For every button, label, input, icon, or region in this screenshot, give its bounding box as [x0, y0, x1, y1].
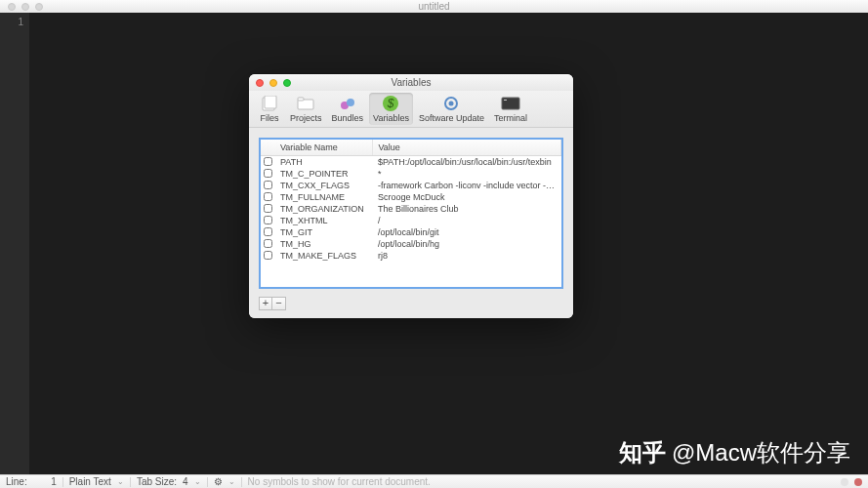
- svg-rect-10: [502, 98, 519, 109]
- toolbar-projects-label: Projects: [290, 113, 322, 123]
- row-checkbox[interactable]: [264, 204, 272, 213]
- status-bar: Line: 1 Plain Text ⌄ Tab Size: 4 ⌄ ⚙ ⌄ N…: [0, 474, 868, 488]
- row-checkbox-cell[interactable]: [261, 180, 274, 191]
- row-name[interactable]: TM_GIT: [274, 226, 372, 238]
- row-checkbox-cell[interactable]: [261, 238, 274, 250]
- row-checkbox-cell[interactable]: [261, 226, 274, 238]
- table-empty-space[interactable]: [261, 262, 561, 287]
- table-row[interactable]: TM_FULLNAMEScrooge McDuck: [261, 191, 561, 203]
- table-row[interactable]: TM_XHTML/: [261, 215, 561, 226]
- variables-table-wrap: Variable Name Value PATH$PATH:/opt/local…: [259, 138, 563, 289]
- dropdown-icon: ⌄: [194, 477, 201, 486]
- row-name[interactable]: TM_FULLNAME: [274, 191, 372, 203]
- row-checkbox-cell[interactable]: [261, 168, 274, 180]
- row-value[interactable]: The Billionaires Club: [372, 203, 561, 215]
- toolbar-variables-label: Variables: [373, 113, 409, 123]
- row-checkbox[interactable]: [264, 192, 272, 201]
- status-language[interactable]: Plain Text: [69, 476, 111, 487]
- row-value[interactable]: $PATH:/opt/local/bin:/usr/local/bin:/usr…: [372, 156, 561, 169]
- svg-rect-11: [504, 100, 507, 101]
- row-name[interactable]: TM_MAKE_FLAGS: [274, 250, 372, 262]
- preferences-dialog: Variables Files Projects Bundles $ Varia…: [249, 74, 573, 318]
- table-row[interactable]: TM_C_POINTER*: [261, 168, 561, 180]
- row-name[interactable]: TM_ORGANIZATION: [274, 203, 372, 215]
- row-value[interactable]: -framework Carbon -liconv -include vecto…: [372, 180, 561, 191]
- table-button-row: + −: [259, 297, 563, 310]
- row-value[interactable]: /opt/local/bin/git: [372, 226, 561, 238]
- row-checkbox[interactable]: [264, 251, 272, 260]
- svg-rect-3: [298, 98, 304, 101]
- row-checkbox[interactable]: [264, 216, 272, 224]
- row-value[interactable]: /opt/local/bin/hg: [372, 238, 561, 250]
- row-value[interactable]: rj8: [372, 250, 561, 262]
- row-checkbox-cell[interactable]: [261, 215, 274, 226]
- document-title: untitled: [0, 1, 868, 12]
- toolbar-terminal[interactable]: Terminal: [490, 93, 531, 125]
- status-line-value[interactable]: 1: [33, 476, 57, 487]
- row-checkbox[interactable]: [264, 169, 272, 178]
- gutter-line-number: 1: [0, 17, 23, 27]
- toolbar-software-update[interactable]: Software Update: [415, 93, 488, 125]
- row-name[interactable]: TM_C_POINTER: [274, 168, 372, 180]
- gear-icon[interactable]: ⚙: [214, 476, 223, 487]
- status-sep: [241, 477, 242, 487]
- status-sep: [130, 477, 131, 487]
- software-update-icon: [440, 95, 462, 112]
- toolbar-bundles[interactable]: Bundles: [328, 93, 368, 125]
- row-checkbox[interactable]: [264, 181, 272, 189]
- line-gutter: 1: [0, 13, 29, 478]
- status-symbols[interactable]: No symbols to show for current document.: [248, 476, 431, 487]
- row-checkbox[interactable]: [264, 239, 272, 248]
- variables-icon: $: [380, 95, 401, 112]
- toolbar-variables[interactable]: $ Variables: [369, 93, 413, 125]
- row-checkbox-cell[interactable]: [261, 250, 274, 262]
- row-checkbox-cell[interactable]: [261, 156, 274, 169]
- row-name[interactable]: TM_XHTML: [274, 215, 372, 226]
- row-name[interactable]: TM_HG: [274, 238, 372, 250]
- table-row[interactable]: TM_MAKE_FLAGSrj8: [261, 250, 561, 262]
- svg-text:$: $: [387, 97, 394, 110]
- dropdown-icon: ⌄: [228, 477, 235, 486]
- remove-row-button[interactable]: −: [272, 297, 286, 310]
- col-name[interactable]: Variable Name: [274, 140, 372, 156]
- status-indicator-2[interactable]: [854, 478, 862, 486]
- toolbar-files[interactable]: Files: [255, 93, 284, 125]
- status-tab-value[interactable]: 4: [183, 476, 188, 487]
- toolbar-bundles-label: Bundles: [332, 113, 364, 123]
- row-checkbox-cell[interactable]: [261, 191, 274, 203]
- col-value[interactable]: Value: [372, 140, 561, 156]
- table-row[interactable]: TM_CXX_FLAGS-framework Carbon -liconv -i…: [261, 180, 561, 191]
- bundles-icon: [337, 95, 358, 112]
- row-checkbox[interactable]: [264, 157, 272, 166]
- row-name[interactable]: TM_CXX_FLAGS: [274, 180, 372, 191]
- projects-icon: [295, 95, 316, 112]
- dialog-title: Variables: [249, 77, 573, 88]
- dialog-titlebar: Variables: [249, 74, 573, 91]
- terminal-icon: [500, 95, 521, 112]
- row-value[interactable]: /: [372, 215, 561, 226]
- row-value[interactable]: Scrooge McDuck: [372, 191, 561, 203]
- toolbar-terminal-label: Terminal: [494, 113, 527, 123]
- status-indicator-1[interactable]: [841, 478, 848, 486]
- svg-point-5: [347, 99, 354, 106]
- row-checkbox-cell[interactable]: [261, 203, 274, 215]
- status-tab-label: Tab Size:: [137, 476, 177, 487]
- table-row[interactable]: TM_ORGANIZATIONThe Billionaires Club: [261, 203, 561, 215]
- variables-table[interactable]: Variable Name Value PATH$PATH:/opt/local…: [261, 140, 561, 262]
- table-row[interactable]: TM_HG/opt/local/bin/hg: [261, 238, 561, 250]
- row-checkbox[interactable]: [264, 227, 272, 236]
- col-checkbox[interactable]: [261, 140, 274, 156]
- svg-rect-1: [265, 96, 276, 108]
- variables-pane: Variable Name Value PATH$PATH:/opt/local…: [249, 128, 573, 318]
- toolbar-projects[interactable]: Projects: [286, 93, 326, 125]
- status-sep: [62, 477, 63, 487]
- table-row[interactable]: PATH$PATH:/opt/local/bin:/usr/local/bin:…: [261, 156, 561, 169]
- table-row[interactable]: TM_GIT/opt/local/bin/git: [261, 226, 561, 238]
- toolbar-files-label: Files: [260, 113, 278, 123]
- row-value[interactable]: *: [372, 168, 561, 180]
- status-line-label: Line:: [6, 476, 27, 487]
- main-titlebar: untitled: [0, 0, 868, 13]
- row-name[interactable]: PATH: [274, 156, 372, 169]
- add-row-button[interactable]: +: [259, 297, 272, 310]
- files-icon: [259, 95, 280, 112]
